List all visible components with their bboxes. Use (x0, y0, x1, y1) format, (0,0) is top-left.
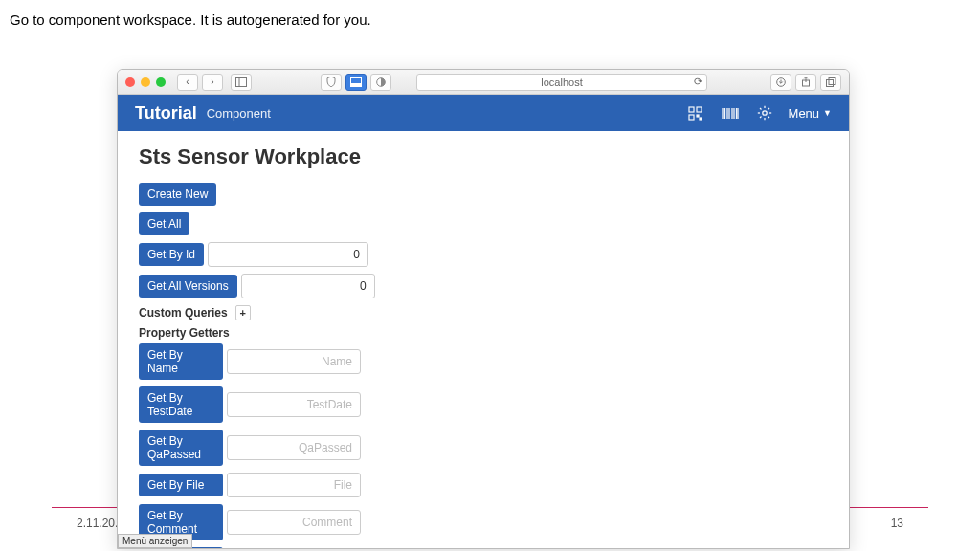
svg-rect-10 (697, 107, 702, 112)
window-controls (125, 77, 166, 87)
svg-line-27 (760, 108, 762, 110)
address-text: localhost (541, 77, 582, 88)
svg-rect-13 (700, 118, 702, 120)
get-all-versions-input[interactable] (241, 274, 375, 298)
file-input[interactable] (227, 473, 361, 497)
svg-rect-11 (689, 115, 694, 120)
download-icon[interactable] (770, 74, 791, 91)
svg-rect-8 (829, 77, 835, 84)
minimize-window-icon[interactable] (141, 77, 150, 87)
custom-queries-label: Custom Queries + (139, 305, 828, 320)
back-button[interactable]: ‹ (177, 74, 198, 91)
browser-window: ‹ › localhost ⟳ (117, 69, 850, 549)
svg-rect-9 (689, 107, 694, 112)
app-subtitle: Component (207, 106, 271, 121)
reload-icon[interactable]: ⟳ (694, 76, 702, 88)
svg-point-22 (762, 111, 766, 115)
app-title: Tutorial (135, 103, 197, 123)
qr-icon[interactable] (685, 102, 706, 123)
sidebar-toggle-icon[interactable] (231, 74, 252, 91)
get-all-versions-button[interactable]: Get All Versions (139, 275, 237, 298)
menu-label: Menu (789, 106, 820, 121)
add-query-button[interactable]: + (235, 305, 251, 320)
menu-anzeigen-tooltip: Menü anzeigen (118, 534, 192, 548)
shield-icon[interactable] (321, 74, 342, 91)
menu-dropdown[interactable]: Menu ▼ (789, 106, 832, 121)
share-icon[interactable] (795, 74, 816, 91)
svg-rect-12 (697, 115, 699, 117)
address-bar[interactable]: localhost ⟳ (416, 74, 707, 91)
testdate-input[interactable] (227, 392, 361, 417)
browser-titlebar: ‹ › localhost ⟳ (118, 70, 849, 95)
dev-panel-icon[interactable] (345, 74, 367, 91)
page-content: Sts Sensor Workplace Create New Get All … (118, 131, 849, 549)
gear-icon[interactable] (754, 102, 775, 123)
forward-button[interactable]: › (202, 74, 223, 91)
create-new-button[interactable]: Create New (139, 183, 216, 206)
footer-page-number: 13 (891, 517, 903, 530)
get-all-button[interactable]: Get All (139, 212, 189, 235)
name-input[interactable] (227, 349, 361, 374)
slide-caption: Go to component workspace. It is autogen… (10, 11, 371, 28)
app-header: Tutorial Component Menu ▼ (118, 95, 849, 131)
page-title: Sts Sensor Workplace (139, 144, 828, 169)
get-by-name-button[interactable]: Get By Name (139, 343, 223, 380)
svg-rect-0 (236, 77, 247, 86)
svg-rect-7 (826, 79, 833, 86)
footer-date: 2.11.20. (77, 517, 118, 530)
get-by-testdate-button[interactable]: Get By TestDate (139, 386, 223, 423)
close-window-icon[interactable] (125, 77, 135, 87)
svg-line-30 (768, 108, 769, 110)
chevron-down-icon: ▼ (823, 108, 832, 118)
barcode-icon[interactable] (720, 102, 741, 123)
property-getters-label: Property Getters (139, 326, 828, 340)
comment-input[interactable] (227, 510, 361, 535)
get-by-id-button[interactable]: Get By Id (139, 243, 204, 266)
svg-line-28 (768, 117, 769, 119)
tabs-icon[interactable] (820, 74, 841, 91)
reader-icon[interactable] (370, 74, 391, 91)
get-by-file-button[interactable]: Get By File (139, 474, 223, 496)
svg-rect-3 (351, 83, 362, 87)
get-by-id-input[interactable] (208, 242, 368, 267)
maximize-window-icon[interactable] (156, 77, 166, 87)
toolbar-right-group (770, 74, 841, 91)
qapassed-input[interactable] (227, 435, 361, 460)
nav-button-group: ‹ › (177, 74, 223, 91)
custom-queries-text: Custom Queries (139, 306, 228, 320)
toolbar-center-group (321, 74, 391, 91)
svg-line-29 (760, 117, 762, 119)
get-by-qapassed-button[interactable]: Get By QaPassed (139, 430, 223, 466)
